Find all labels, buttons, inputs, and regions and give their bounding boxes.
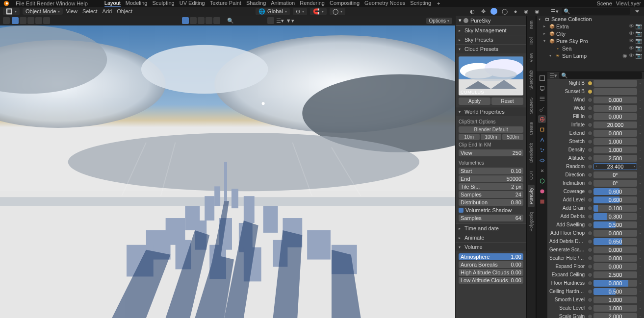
vol-dist-field[interactable]: Distribution0.80 [459, 199, 523, 206]
menu-add[interactable]: Add [103, 8, 112, 14]
property-menu-icon[interactable]: · [638, 272, 642, 277]
clip-option[interactable]: 10m [459, 134, 480, 140]
property-value-field[interactable]: 2.000 [593, 313, 637, 318]
property-menu-icon[interactable]: · [638, 222, 642, 227]
property-value-field[interactable]: 0.600 [593, 196, 637, 203]
outliner-item[interactable]: ▫Sea👁📷 [537, 45, 644, 52]
keyframe-dot-icon[interactable] [588, 98, 592, 102]
property-value-field[interactable]: 2.500 [593, 271, 637, 278]
property-menu-icon[interactable]: · [638, 181, 642, 186]
volume-row[interactable]: Aurora Borealis0.00 [459, 261, 523, 268]
property-menu-icon[interactable]: · [638, 197, 642, 202]
property-menu-icon[interactable]: · [638, 156, 642, 161]
menu-edit[interactable]: Edit [26, 0, 35, 6]
3d-viewport[interactable] [0, 25, 455, 318]
tab-modifier-icon[interactable] [538, 136, 546, 144]
property-value-field[interactable]: 1.000 [593, 138, 637, 145]
shading-matprev-icon[interactable]: ◉ [522, 7, 530, 15]
shading-mode-icon-3[interactable] [198, 17, 205, 24]
eye-icon[interactable]: 👁 [629, 45, 634, 51]
section-volume[interactable]: ▾Volume [456, 242, 526, 251]
vtab-create[interactable]: Create [528, 119, 535, 138]
filter-icon[interactable]: ⏷ [633, 7, 641, 15]
property-value-field[interactable]: 0.600 [593, 188, 637, 195]
render-icon[interactable]: 📷 [635, 30, 642, 37]
menu-view[interactable]: View [66, 8, 77, 14]
keyframe-dot-icon[interactable] [588, 247, 592, 252]
vol-shadow-samples-field[interactable]: Samples64 [459, 215, 523, 221]
tool-icon-3[interactable] [35, 17, 42, 24]
section-animate[interactable]: ▸Animate [456, 233, 526, 242]
render-icon[interactable]: 📷 [635, 45, 642, 51]
keyframe-dot-icon[interactable] [588, 189, 592, 194]
section-sky-management[interactable]: ▸Sky Management [456, 25, 526, 35]
property-menu-icon[interactable]: · [638, 189, 642, 194]
property-menu-icon[interactable]: · [638, 297, 642, 302]
keyframe-dot-icon[interactable] [588, 172, 592, 177]
vtab-cot[interactable]: COT [528, 168, 535, 183]
volume-row[interactable]: High Altitude Clouds0.00 [459, 269, 523, 276]
keyframe-dot-icon[interactable] [588, 214, 592, 219]
workspace-tab-compositing[interactable]: Compositing [330, 0, 360, 7]
tool-icon-4[interactable] [43, 17, 50, 24]
filter-dropdown-icon[interactable]: ☰▾ [276, 18, 284, 24]
workspace-tab-shading[interactable]: Shading [246, 0, 266, 7]
vtab-blenderkit[interactable]: Blenderkit [528, 140, 535, 166]
workspace-tab-layout[interactable]: Layout [104, 0, 121, 7]
keyframe-dot-icon[interactable] [588, 156, 592, 161]
shading-mode-icon-4[interactable] [206, 17, 212, 24]
tab-render-icon[interactable] [538, 74, 546, 82]
keyframe-dot-icon[interactable] [588, 81, 592, 86]
vol-end-field[interactable]: End50000 [459, 175, 523, 182]
property-menu-icon[interactable]: · [638, 214, 642, 219]
property-menu-icon[interactable]: · [638, 122, 642, 127]
keyframe-dot-icon[interactable] [588, 289, 592, 294]
render-icon[interactable]: 📷 [635, 38, 642, 44]
eye-icon[interactable]: 👁 [629, 38, 634, 44]
menu-help[interactable]: Help [77, 0, 88, 6]
shading-solid-icon[interactable]: ● [512, 7, 519, 15]
tile-size-dropdown[interactable]: Tile Si...2 px [459, 183, 523, 190]
property-menu-icon[interactable]: · [638, 89, 642, 94]
shading-mode-icon-2[interactable] [190, 17, 197, 24]
property-value-field[interactable]: ‹›23.400 [593, 163, 637, 170]
keyframe-dot-icon[interactable] [588, 131, 592, 136]
keyframe-dot-icon[interactable] [588, 264, 592, 269]
apply-button[interactable]: Apply [459, 98, 490, 105]
property-value-field[interactable]: 0.100 [593, 205, 637, 212]
menu-render[interactable]: Render [37, 0, 54, 6]
workspace-tab-rendering[interactable]: Rendering [300, 0, 325, 7]
scene-dropdown[interactable]: Scene [597, 0, 612, 6]
outliner-root[interactable]: ▾ 🗀 Scene Collection [537, 16, 644, 23]
property-menu-icon[interactable]: · [638, 314, 642, 318]
property-menu-icon[interactable]: · [638, 106, 642, 111]
property-value-field[interactable]: 0.500 [593, 221, 637, 228]
property-value-field[interactable]: 1.000 [593, 296, 637, 303]
property-value-field[interactable]: 1.000 [593, 147, 637, 153]
property-menu-icon[interactable]: · [638, 281, 642, 286]
viewport-search-icon[interactable]: 🔍 [227, 18, 234, 24]
tab-particles-icon[interactable] [538, 146, 546, 154]
property-menu-icon[interactable]: · [638, 231, 642, 236]
property-value-field[interactable]: 0.650 [593, 238, 637, 245]
eye-icon[interactable]: 👁 [629, 30, 634, 37]
section-time-date[interactable]: ▸Time and date [456, 223, 526, 233]
selectbox-icon[interactable] [12, 17, 19, 24]
shading-mode-icon[interactable] [182, 17, 189, 24]
property-value-field[interactable]: 1.000 [593, 305, 637, 312]
property-menu-icon[interactable]: · [638, 289, 642, 294]
workspace-tab-animation[interactable]: Animation [271, 0, 295, 7]
tab-data-icon[interactable] [538, 177, 546, 185]
select-tool-icon[interactable] [3, 17, 10, 24]
property-value-field[interactable]: 0.300 [593, 213, 637, 220]
property-menu-icon[interactable]: · [638, 114, 642, 119]
tab-world-icon[interactable] [538, 115, 546, 123]
property-value-field[interactable]: 0.000 [593, 113, 637, 120]
tab-viewlayer-icon[interactable] [538, 95, 546, 102]
eye-icon[interactable]: 👁 [629, 23, 634, 29]
workspace-tab-uv-editing[interactable]: UV Editing [180, 0, 205, 7]
property-menu-icon[interactable]: · [638, 164, 642, 169]
keyframe-dot-icon[interactable] [588, 272, 592, 277]
vtab-item[interactable]: Item [528, 18, 535, 32]
props-search-input[interactable]: 🔍 [559, 72, 642, 79]
